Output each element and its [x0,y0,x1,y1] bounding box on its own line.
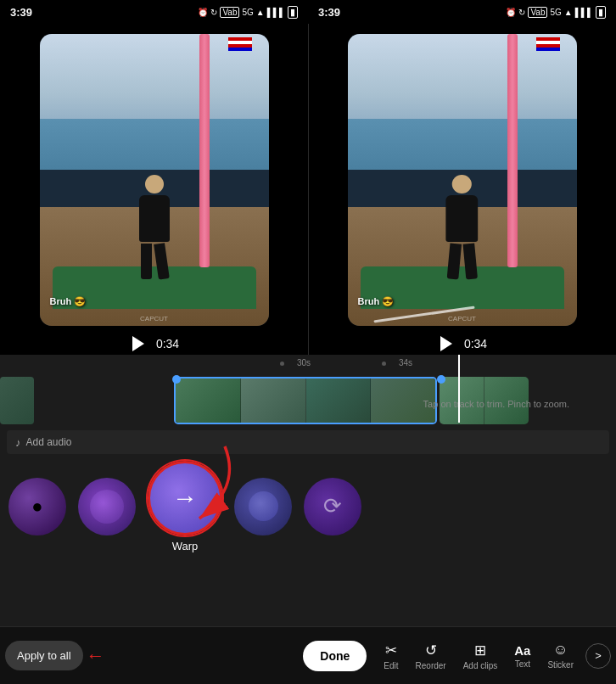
status-icons-right: ⏰ ↻ Vab 5G ▲ ▌▌▌ ▮ [506,6,606,19]
effect-item-warp[interactable]: → Warp [148,461,222,552]
bottom-section: 30s 34s ♪ Add audio Tap on track to [0,355,616,684]
video-strip-2[interactable] [440,377,529,424]
ruler-dot-1 [280,362,284,366]
signal-icon-r: ▌▌▌ [575,8,593,17]
sea-left [40,119,269,170]
edit-label: Edit [384,661,398,670]
top-section: Bruh 😎 CAPCUT 0:34 [0,24,616,355]
small-clip[interactable] [0,377,34,424]
effect-item-none[interactable]: ● [8,478,66,535]
effect-circle-spiral: ⟳ [304,478,361,535]
refresh-icon: ↻ [210,8,217,17]
none-icon: ● [31,496,42,518]
blur-inner [90,490,124,524]
addclips-icon: ⊞ [474,642,486,659]
thumb-6 [484,377,529,424]
timeline-tracks[interactable] [0,373,616,429]
status-bar-right: 3:39 ⏰ ↻ Vab 5G ▲ ▌▌▌ ▮ [308,0,616,24]
warp-arrow-icon: → [172,484,198,513]
timestamp-right: 0:34 [464,337,487,350]
thumb-5 [440,377,484,424]
sticker-icon: ☺ [553,642,568,659]
ruler-mark-34s: 34s [399,358,412,367]
thumb-2 [241,378,306,423]
play-button-right[interactable] [437,333,456,355]
play-button-left[interactable] [129,333,148,355]
blur2-inner [249,491,278,521]
video-panel-right: Bruh 😎 CAPCUT 0:34 [308,24,616,355]
wifi-icon: ▲ [256,8,265,17]
done-button[interactable]: Done [303,641,367,671]
5g-icon-r: 5G [550,8,561,17]
tool-reorder[interactable]: ↺ Reorder [407,638,455,674]
reorder-icon: ↺ [425,642,437,659]
status-icons-left: ⏰ ↻ Vab 5G ▲ ▌▌▌ ▮ [198,6,298,19]
effect-item-spiral[interactable]: ⟳ [304,478,361,535]
tool-text[interactable]: Aa Text [506,640,539,672]
effect-label-warp: Warp [172,540,199,552]
watermark-right: CAPCUT [448,315,476,322]
effect-circle-blur [78,478,136,535]
vab-icon-r: Vab [528,7,547,18]
status-bar-left: 3:39 ⏰ ↻ Vab 5G ▲ ▌▌▌ ▮ [0,0,308,24]
battery-icon-r: ▮ [596,6,606,19]
tool-sticker[interactable]: ☺ Sticker [539,638,582,673]
effects-strip: ● → Warp ⟳ [0,457,616,555]
text-label: Text [515,659,530,669]
toolbar-tools: ✂ Edit ↺ Reorder ⊞ Add clips Aa Text ☺ S… [375,638,582,674]
controls-right: 0:34 [437,333,487,355]
text-icon: Aa [514,643,530,658]
small-clip-bg [0,377,34,424]
flag-right [536,37,560,51]
effect-circle-warp: → [148,461,222,535]
video-preview-right[interactable]: Bruh 😎 CAPCUT [348,34,577,326]
sticker-label: Sticker [547,660,574,670]
effect-item-blur2[interactable] [234,478,292,535]
apply-to-all-button[interactable]: Apply to all [5,641,83,670]
watermark-left: CAPCUT [140,315,168,322]
add-audio-bar[interactable]: ♪ Add audio [7,430,609,454]
addclips-label: Add clips [463,661,498,670]
person-right [445,175,478,279]
sea-right [348,119,577,170]
refresh-icon-r: ↻ [518,8,525,17]
person-left [139,175,170,279]
vab-icon: Vab [220,7,239,18]
pole-left [199,34,210,267]
thumb-1 [176,378,241,423]
effect-item-blur[interactable] [78,478,136,535]
strip-marker-right [437,375,445,384]
play-icon-left [132,336,144,351]
video-text-right: Bruh 😎 [358,296,395,307]
flag-left [228,37,252,51]
timestamp-left: 0:34 [156,337,179,350]
edit-icon: ✂ [385,642,397,659]
spiral-icon: ⟳ [323,493,342,519]
alarm-icon-r: ⏰ [506,8,516,17]
thumb-4 [371,378,435,423]
pole-right [507,34,518,267]
ruler-dot-2 [382,362,386,366]
music-icon: ♪ [15,436,21,449]
thumb-3 [306,378,372,423]
video-text-left: Bruh 😎 [50,296,87,307]
video-preview-left[interactable]: Bruh 😎 CAPCUT [40,34,269,326]
left-arrow-icon: ← [87,645,105,667]
time-right: 3:39 [318,6,340,19]
wifi-icon-r: ▲ [564,8,573,17]
tool-edit[interactable]: ✂ Edit [375,638,406,674]
signal-icon: ▌▌▌ [267,8,285,17]
add-audio-label: Add audio [26,436,72,448]
timeline-ruler: 30s 34s [0,355,616,373]
play-icon-right [440,336,452,351]
bottom-toolbar: Apply to all ← Done ✂ Edit ↺ Reorder ⊞ A… [0,626,616,684]
time-left: 3:39 [10,6,32,19]
effect-circle-none: ● [8,478,66,535]
timeline-playhead [458,355,460,423]
tool-addclips[interactable]: ⊞ Add clips [455,638,507,674]
video-strip[interactable] [174,377,437,424]
ruler-mark-30s: 30s [297,358,311,367]
alarm-icon: ⏰ [198,8,208,17]
chevron-button[interactable]: > [585,643,611,669]
reorder-label: Reorder [416,661,446,670]
